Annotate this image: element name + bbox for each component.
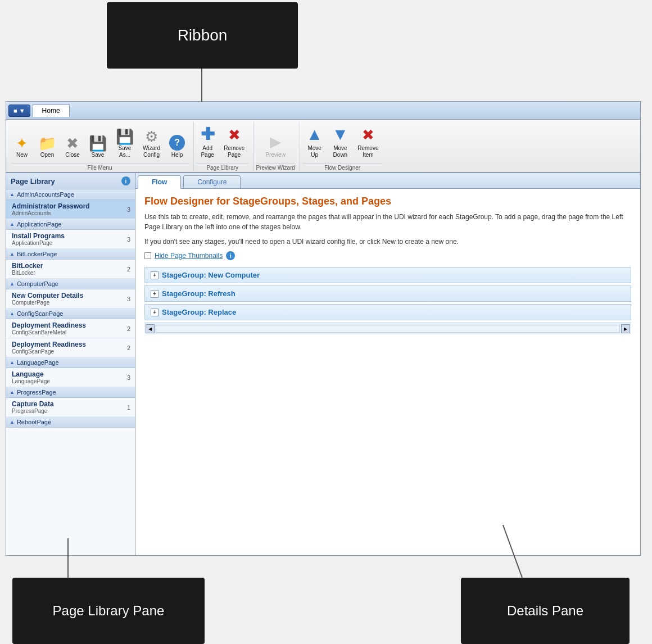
configure-tab[interactable]: Configure — [183, 175, 241, 188]
preview-button[interactable]: ▶ Preview — [261, 131, 289, 161]
wizard-config-icon: ⚙ — [145, 129, 158, 144]
save-icon: 💾 — [89, 136, 107, 151]
page-library-scroll[interactable]: ▲ AdminAccountsPage Administrator Passwo… — [6, 189, 135, 555]
lib-item-capture-data[interactable]: Capture Data ProgressPage 1 — [6, 398, 135, 417]
lib-item-name: Capture Data — [12, 400, 125, 408]
close-label: Close — [65, 152, 80, 158]
lib-item-count: 2 — [127, 266, 130, 273]
page-library-pane-text: Page Library Pane — [53, 603, 165, 619]
move-down-icon: ▼ — [332, 125, 349, 144]
lib-item-count: 2 — [127, 325, 130, 332]
details-pane-text: Details Pane — [507, 603, 583, 619]
lib-item-page: ConfigScanBareMetal — [12, 329, 125, 335]
new-button[interactable]: ✦ New — [11, 134, 33, 161]
category-collapse-icon: ▲ — [10, 389, 15, 395]
lib-category-reboot: ▲ RebootPage — [6, 417, 135, 428]
stage-expand-icon[interactable]: + — [151, 271, 159, 279]
hide-thumbnails-info-icon[interactable]: i — [226, 251, 235, 260]
ribbon-preview-buttons: ▶ Preview — [261, 122, 289, 161]
ribbon-group-preview-wizard: ▶ Preview Preview Wizard — [253, 122, 300, 171]
lib-category-configscan-label: ConfigScanPage — [17, 310, 64, 317]
lib-category-configscan: ▲ ConfigScanPage — [6, 309, 135, 319]
help-button[interactable]: ? Help — [165, 133, 189, 161]
lib-item-bitlocker[interactable]: BitLocker BitLocker 2 — [6, 260, 135, 279]
remove-page-label: Remove Page — [224, 145, 244, 158]
remove-item-button[interactable]: ✖ Remove Item — [354, 124, 382, 161]
horizontal-scrollbar[interactable]: ◀ ▶ — [144, 323, 631, 334]
move-down-button[interactable]: ▼ Move Down — [328, 123, 353, 161]
preview-icon: ▶ — [270, 133, 281, 151]
lib-category-language-label: LanguagePage — [17, 359, 59, 366]
hide-thumbnails-row: Hide Page Thumbnails i — [144, 251, 631, 260]
ribbon-group-page-library: ✚ Add Page ✖ Remove Page Page Library — [194, 122, 253, 171]
category-collapse-icon: ▲ — [10, 251, 15, 257]
add-page-icon: ✚ — [201, 124, 215, 144]
hide-thumbnails-label[interactable]: Hide Page Thumbnails — [155, 252, 223, 260]
lib-item-computer-details[interactable]: New Computer Details ComputerPage 3 — [6, 289, 135, 309]
add-page-button[interactable]: ✚ Add Page — [196, 122, 219, 161]
stage-group-new-computer-name: StageGroup: New Computer — [162, 271, 260, 279]
ribbon-page-library-buttons: ✚ Add Page ✖ Remove Page — [196, 122, 248, 161]
details-panel: Flow Configure Flow Designer for StageGr… — [135, 173, 640, 555]
stage-expand-icon[interactable]: + — [151, 290, 159, 298]
stage-group-replace-header[interactable]: + StageGroup: Replace — [145, 305, 631, 320]
stage-group-new-computer-header[interactable]: + StageGroup: New Computer — [145, 267, 631, 283]
category-collapse-icon: ▲ — [10, 360, 15, 365]
main-content: Page Library i ▲ AdminAccountsPage Admin… — [6, 173, 640, 555]
wizard-config-label: Wizard Config — [143, 145, 160, 158]
app-menu-button[interactable]: ■ ▼ — [8, 105, 30, 117]
help-label: Help — [171, 152, 183, 158]
page-library-group-label: Page Library — [196, 163, 248, 171]
stage-group-refresh-header[interactable]: + StageGroup: Refresh — [145, 286, 631, 301]
category-collapse-icon: ▲ — [10, 419, 15, 425]
open-button[interactable]: 📁 Open — [34, 134, 60, 161]
lib-item-deployment-readiness-configscan[interactable]: Deployment Readiness ConfigScanPage 2 — [6, 338, 135, 357]
lib-category-progress-label: ProgressPage — [17, 389, 56, 396]
scroll-right-arrow[interactable]: ▶ — [621, 324, 630, 333]
flow-tab[interactable]: Flow — [138, 175, 181, 189]
lib-item-admin-password[interactable]: Administrator Password AdminAccounts 3 — [6, 200, 135, 219]
save-as-button[interactable]: 💾 Save As... — [112, 127, 138, 161]
page-library-info-icon[interactable]: i — [121, 176, 130, 185]
lib-item-page: ApplicationPage — [12, 240, 125, 246]
stage-expand-icon[interactable]: + — [151, 309, 159, 316]
lib-category-bitlocker-label: BitLockerPage — [17, 251, 57, 257]
file-menu-group-label: File Menu — [11, 163, 189, 171]
title-bar: ■ ▼ Home — [6, 102, 640, 120]
lib-item-count: 3 — [127, 206, 130, 213]
ribbon-group-file-menu: ✦ New 📁 Open ✖ Close 💾 Save 💾 S — [8, 122, 194, 171]
lib-category-app-label: ApplicationPage — [17, 221, 62, 228]
close-button[interactable]: ✖ Close — [61, 134, 84, 161]
wizard-config-button[interactable]: ⚙ Wizard Config — [139, 127, 164, 161]
stage-group-replace-name: StageGroup: Replace — [162, 308, 236, 316]
lib-category-admin-label: AdminAccountsPage — [17, 191, 74, 198]
stage-group-refresh-name: StageGroup: Refresh — [162, 289, 236, 298]
lib-item-name: Install Programs — [12, 232, 125, 240]
close-icon: ✖ — [66, 136, 79, 151]
lib-item-count: 1 — [127, 404, 130, 411]
move-up-button[interactable]: ▲ Move Up — [302, 123, 327, 161]
lib-category-language: ▲ LanguagePage — [6, 357, 135, 368]
move-up-icon: ▲ — [306, 125, 323, 144]
lib-category-app: ▲ ApplicationPage — [6, 219, 135, 230]
page-library-header: Page Library i — [6, 173, 135, 189]
hide-thumbnails-checkbox[interactable] — [144, 252, 151, 259]
preview-label: Preview — [265, 152, 286, 158]
save-button[interactable]: 💾 Save — [85, 134, 111, 161]
lib-item-page: ComputerPage — [12, 300, 125, 306]
lib-category-reboot-label: RebootPage — [17, 419, 51, 425]
ribbon-bar: ✦ New 📁 Open ✖ Close 💾 Save 💾 S — [6, 120, 640, 173]
lib-item-language[interactable]: Language LanguagePage 3 — [6, 368, 135, 387]
remove-page-button[interactable]: ✖ Remove Page — [220, 124, 248, 161]
lib-item-install-programs[interactable]: Install Programs ApplicationPage 3 — [6, 230, 135, 249]
page-library-panel: Page Library i ▲ AdminAccountsPage Admin… — [6, 173, 135, 555]
lib-item-deployment-readiness-baremetal[interactable]: Deployment Readiness ConfigScanBareMetal… — [6, 319, 135, 338]
scroll-track[interactable] — [156, 325, 620, 333]
lib-item-page: ConfigScanPage — [12, 348, 125, 355]
category-collapse-icon: ▲ — [10, 311, 15, 316]
preview-wizard-group-label: Preview Wizard — [256, 163, 295, 171]
home-tab[interactable]: Home — [33, 105, 70, 117]
remove-page-icon: ✖ — [228, 126, 241, 144]
scroll-left-arrow[interactable]: ◀ — [146, 324, 155, 333]
ribbon-label-box: Ribbon — [107, 2, 298, 69]
